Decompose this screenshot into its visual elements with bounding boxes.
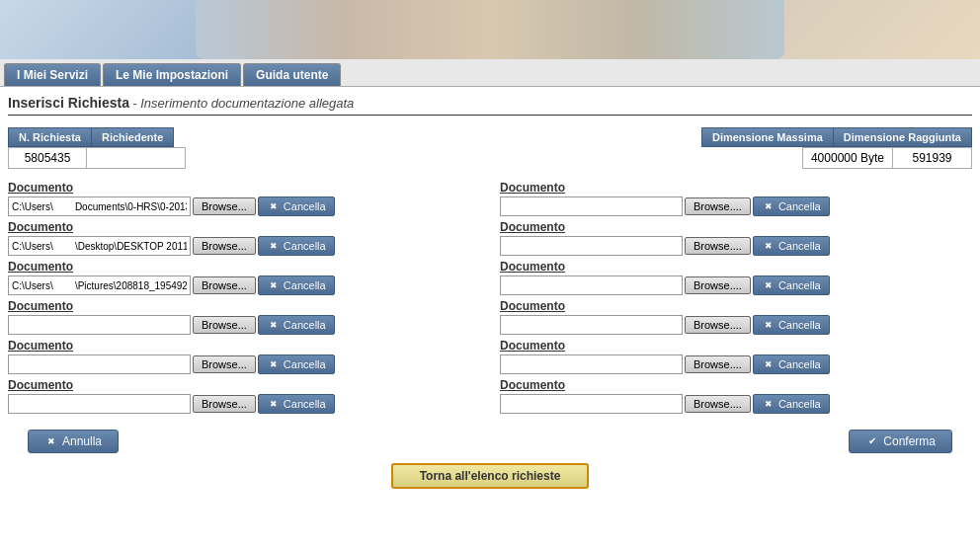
doc-label-left-4: Documento (8, 299, 480, 313)
cancella-btn-left-5[interactable]: Cancella (258, 354, 335, 374)
cancella-btn-left-2[interactable]: Cancella (258, 236, 335, 256)
doc-row-left-4: Documento Browse... Cancella (8, 299, 480, 335)
browse-btn-left-5[interactable]: Browse... (193, 355, 256, 373)
n-richiesta-value: 5805435 (8, 147, 87, 169)
doc-file-input-right-1[interactable] (500, 197, 683, 216)
right-data-row: 4000000 Byte 591939 (802, 147, 972, 169)
annulla-icon (44, 434, 58, 448)
doc-label-left-5: Documento (8, 339, 480, 353)
browse-btn-right-5[interactable]: Browse.... (685, 355, 751, 373)
torna-center: Torna all'elenco richieste (8, 463, 972, 489)
tab-my-settings[interactable]: Le Mie Impostazioni (103, 63, 241, 86)
cancel-icon-right-2 (762, 239, 776, 253)
cancella-btn-right-1[interactable]: Cancella (753, 197, 830, 216)
doc-label-left-6: Documento (8, 378, 480, 392)
doc-input-row-left-1: Browse... Cancella (8, 197, 480, 216)
cancella-label-left-4: Cancella (284, 319, 326, 331)
cancella-btn-right-3[interactable]: Cancella (753, 276, 830, 295)
richiedente-header: Richiedente (92, 127, 174, 147)
doc-file-input-right-3[interactable] (500, 276, 683, 295)
doc-input-row-right-3: Browse.... Cancella (500, 276, 972, 295)
right-header-row: Dimensione Massima Dimensione Raggiunta (701, 127, 972, 147)
browse-btn-left-2[interactable]: Browse... (193, 237, 256, 255)
torna-button[interactable]: Torna all'elenco richieste (391, 463, 589, 489)
tab-my-services[interactable]: I Miei Servizi (4, 63, 101, 86)
cancel-icon-left-6 (267, 397, 281, 411)
doc-file-input-left-2[interactable] (8, 236, 191, 256)
cancella-btn-left-1[interactable]: Cancella (258, 197, 335, 216)
right-doc-column: Documento Browse.... Cancella Documento … (500, 181, 972, 418)
page-title: Inserisci Richiesta (8, 95, 129, 111)
browse-btn-right-4[interactable]: Browse.... (685, 316, 751, 334)
conferma-button[interactable]: Conferma (849, 430, 952, 453)
page-subtitle: - Inserimento documentazione allegata (132, 96, 354, 111)
cancel-icon-right-1 (762, 199, 776, 213)
richiedente-value (87, 147, 186, 169)
cancella-label-right-3: Cancella (778, 279, 821, 291)
browse-btn-left-4[interactable]: Browse... (193, 316, 256, 334)
doc-input-row-left-6: Browse... Cancella (8, 394, 480, 414)
document-grid: Documento Browse... Cancella Documento B… (8, 181, 972, 418)
annulla-label: Annulla (62, 434, 102, 448)
doc-label-right-1: Documento (500, 181, 972, 195)
doc-file-input-left-6[interactable] (8, 394, 191, 414)
cancella-label-right-6: Cancella (778, 398, 821, 410)
doc-file-input-right-6[interactable] (500, 394, 683, 414)
cancel-icon-left-3 (267, 278, 281, 292)
cancella-label-left-1: Cancella (284, 200, 326, 212)
doc-row-right-6: Documento Browse.... Cancella (500, 378, 972, 414)
doc-file-input-right-5[interactable] (500, 354, 683, 374)
doc-file-input-right-4[interactable] (500, 315, 683, 335)
cancel-icon-right-4 (762, 318, 776, 332)
bottom-actions: Annulla Conferma (8, 426, 972, 457)
cancel-icon-left-5 (267, 357, 281, 371)
cancella-btn-right-6[interactable]: Cancella (753, 394, 830, 414)
doc-label-left-1: Documento (8, 181, 480, 195)
doc-input-row-right-6: Browse.... Cancella (500, 394, 972, 414)
doc-input-row-left-2: Browse... Cancella (8, 236, 480, 256)
doc-input-row-right-4: Browse.... Cancella (500, 315, 972, 335)
browse-btn-left-6[interactable]: Browse... (193, 395, 256, 413)
cancella-btn-left-3[interactable]: Cancella (258, 276, 335, 295)
header-image (196, 0, 783, 59)
left-data-row: 5805435 (8, 147, 186, 169)
right-info: Dimensione Massima Dimensione Raggiunta … (701, 127, 972, 169)
tab-user-guide[interactable]: Guida utente (243, 63, 341, 86)
doc-label-right-5: Documento (500, 339, 972, 353)
doc-input-row-right-2: Browse.... Cancella (500, 236, 972, 256)
doc-label-right-6: Documento (500, 378, 972, 392)
left-info: N. Richiesta Richiedente 5805435 (8, 127, 186, 169)
cancella-label-right-5: Cancella (778, 358, 821, 370)
browse-btn-right-6[interactable]: Browse.... (685, 395, 751, 413)
cancella-label-left-2: Cancella (284, 240, 326, 252)
doc-row-right-1: Documento Browse.... Cancella (500, 181, 972, 216)
doc-file-input-left-1[interactable] (8, 197, 191, 216)
cancella-label-left-3: Cancella (284, 279, 326, 291)
doc-file-input-right-2[interactable] (500, 236, 683, 256)
browse-btn-right-2[interactable]: Browse.... (685, 237, 751, 255)
doc-row-right-3: Documento Browse.... Cancella (500, 260, 972, 295)
doc-row-left-2: Documento Browse... Cancella (8, 220, 480, 256)
page-content: Inserisci Richiesta - Inserimento docume… (0, 87, 980, 503)
cancella-btn-right-2[interactable]: Cancella (753, 236, 830, 256)
doc-file-input-left-3[interactable] (8, 276, 191, 295)
browse-btn-right-1[interactable]: Browse.... (685, 197, 751, 215)
doc-file-input-left-5[interactable] (8, 354, 191, 374)
doc-input-row-left-4: Browse... Cancella (8, 315, 480, 335)
dim-massima-header: Dimensione Massima (701, 127, 834, 147)
cancel-icon-right-3 (762, 278, 776, 292)
cancella-btn-right-5[interactable]: Cancella (753, 354, 830, 374)
cancella-btn-left-4[interactable]: Cancella (258, 315, 335, 335)
annulla-button[interactable]: Annulla (28, 430, 119, 453)
cancel-icon-left-1 (267, 199, 281, 213)
browse-btn-left-3[interactable]: Browse... (193, 276, 256, 294)
cancel-icon-left-2 (267, 239, 281, 253)
browse-btn-left-1[interactable]: Browse... (193, 197, 256, 215)
browse-btn-right-3[interactable]: Browse.... (685, 276, 751, 294)
cancel-icon-left-4 (267, 318, 281, 332)
doc-label-left-2: Documento (8, 220, 480, 234)
left-header-row: N. Richiesta Richiedente (8, 127, 186, 147)
cancella-btn-right-4[interactable]: Cancella (753, 315, 830, 335)
cancella-btn-left-6[interactable]: Cancella (258, 394, 335, 414)
doc-file-input-left-4[interactable] (8, 315, 191, 335)
